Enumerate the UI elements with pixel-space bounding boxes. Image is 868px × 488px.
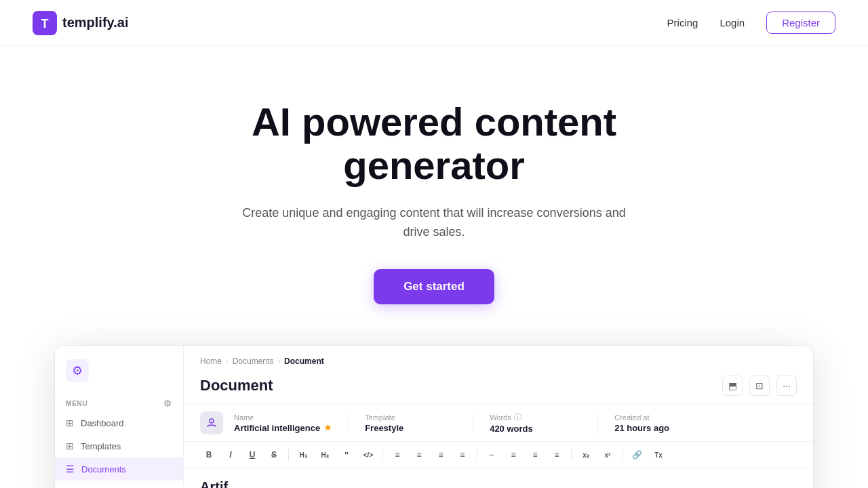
sidebar-item-images[interactable]: ▢ Images [55,481,183,488]
hero-title: AI powered content generator [163,100,705,187]
app-main: Home › Documents › Document Document ⬒ ⊡… [184,346,813,488]
meta-template-label: Template [365,413,456,422]
toolbar-indent[interactable]: ↔ [483,446,500,464]
logo-text: templify.ai [62,15,128,30]
doc-action-save[interactable]: ⬒ [722,375,743,396]
nav-links: Pricing Login Register [667,12,835,34]
hero-subtitle: Create unique and engaging content that … [231,203,637,243]
info-icon: ⓘ [514,412,521,422]
meta-name-value: Artificial intelligence ★ [234,423,332,433]
toolbar-align-left[interactable]: ≡ [389,446,406,464]
toolbar-sep-3 [477,449,477,461]
toolbar-list-2[interactable]: ≡ [526,446,544,464]
register-button[interactable]: Register [766,12,835,34]
menu-settings-icon[interactable]: ⚙ [163,399,172,409]
dashboard-icon: ⊞ [66,418,74,428]
sidebar-gear-icon: ⚙ [66,359,89,382]
toolbar-underline[interactable]: U [243,446,261,464]
get-started-button[interactable]: Get started [374,269,494,304]
sidebar-item-templates[interactable]: ⊞ Templates [55,434,183,458]
toolbar-strikethrough[interactable]: S [265,446,283,464]
documents-icon: ☰ [66,464,75,474]
svg-text:T: T [41,17,49,30]
meta-created-value: 21 hours ago [614,423,707,433]
toolbar-clear[interactable]: Tx [650,446,667,464]
toolbar-h1[interactable]: H₁ [294,446,312,464]
doc-header: Document ⬒ ⊡ ··· [184,371,813,405]
sidebar-menu-label: MENU ⚙ [55,393,183,411]
sidebar-item-documents[interactable]: ☰ Documents [55,458,183,481]
toolbar-align-right[interactable]: ≡ [432,446,450,464]
menu-label-text: MENU [66,400,88,407]
sidebar-documents-label: Documents [81,464,126,474]
breadcrumb: Home › Documents › Document [184,346,813,371]
app-preview: ⚙ MENU ⚙ ⊞ Dashboard ⊞ Templates ☰ Docum… [54,345,814,488]
toolbar-sep-4 [571,449,572,461]
toolbar-sep-5 [622,449,623,461]
breadcrumb-sep-2: › [277,357,280,365]
sidebar-dashboard-label: Dashboard [81,418,124,428]
meta-words-group: Words ⓘ 420 words [490,412,598,434]
doc-action-more[interactable]: ··· [776,375,797,396]
login-link[interactable]: Login [719,17,745,28]
toolbar-list-3[interactable]: ≡ [548,446,566,464]
doc-toolbar: B I U S H₁ H₂ " </> ≡ ≡ ≡ ≡ ↔ ≡ ≡ ≡ [184,442,813,468]
toolbar-blockquote[interactable]: " [338,446,355,464]
doc-avatar [200,411,223,434]
breadcrumb-sep-1: › [226,357,229,365]
navbar: T templify.ai Pricing Login Register [0,0,868,46]
breadcrumb-home[interactable]: Home [200,357,222,366]
doc-action-copy[interactable]: ⊡ [749,375,770,396]
templates-icon: ⊞ [66,441,74,451]
doc-content-title: Artif [200,479,797,488]
logo-icon: T [33,11,57,35]
doc-title: Document [200,377,273,394]
toolbar-align-justify[interactable]: ≡ [454,446,471,464]
pricing-link[interactable]: Pricing [667,17,698,28]
meta-words-label: Words ⓘ [490,412,581,422]
toolbar-italic[interactable]: I [222,446,239,464]
toolbar-align-center[interactable]: ≡ [410,446,428,464]
toolbar-bold[interactable]: B [200,446,218,464]
toolbar-sep-1 [288,449,289,461]
breadcrumb-current: Document [284,357,324,366]
toolbar-code[interactable]: </> [359,446,377,464]
sidebar-item-dashboard[interactable]: ⊞ Dashboard [55,411,183,434]
toolbar-list-1[interactable]: ≡ [505,446,522,464]
doc-actions: ⬒ ⊡ ··· [722,375,797,396]
app-sidebar: ⚙ MENU ⚙ ⊞ Dashboard ⊞ Templates ☰ Docum… [55,346,184,488]
doc-meta: Name Artificial intelligence ★ Template … [184,405,813,442]
meta-template-value: Freestyle [365,423,456,433]
breadcrumb-documents[interactable]: Documents [233,357,274,366]
toolbar-link[interactable]: 🔗 [628,446,646,464]
meta-words-value: 420 words [490,424,581,434]
meta-created-label: Created at [614,413,707,422]
meta-name-label: Name [234,413,332,422]
meta-name-group: Name Artificial intelligence ★ [234,413,349,433]
toolbar-sep-2 [382,449,383,461]
sidebar-logo-area: ⚙ [55,357,183,393]
logo[interactable]: T templify.ai [33,11,128,35]
hero-section: AI powered content generator Create uniq… [0,46,868,345]
star-icon: ★ [324,423,332,432]
toolbar-superscript[interactable]: x² [599,446,616,464]
toolbar-h2[interactable]: H₂ [316,446,334,464]
meta-created-group: Created at 21 hours ago [614,413,723,433]
meta-template-group: Template Freestyle [365,413,473,433]
toolbar-subscript[interactable]: x₂ [577,446,595,464]
sidebar-templates-label: Templates [81,441,121,451]
doc-content: Artif Artificial Intelligence (AI) is a … [184,468,813,488]
